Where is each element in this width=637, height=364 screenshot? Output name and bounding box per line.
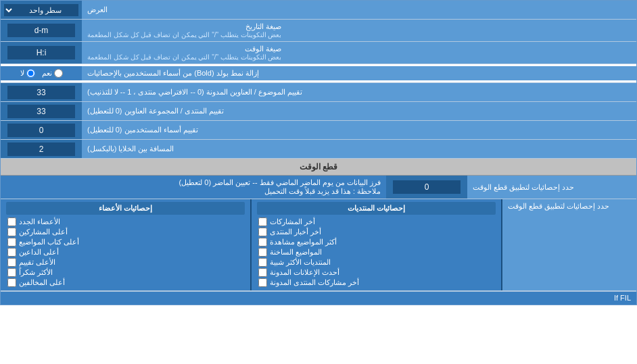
forum-sort-row: تقييم المنتدى / المجموعة العناوين (0 للت… xyxy=(1,102,636,121)
cell-distance-input-area xyxy=(1,140,82,158)
checkbox-item-0-4-label: المنتديات الأكثر شبية xyxy=(270,258,331,267)
display-dropdown[interactable]: سطر واحد سطرين ثلاثة أسطر xyxy=(4,4,78,16)
cell-distance-label: المسافة بين الخلايا (بالبكسل) xyxy=(82,140,636,158)
checkboxes-container: حدد إحصائيات لتطبيق قطع الوقت إحصائيات ا… xyxy=(1,199,636,291)
date-format-row: صيغة التاريخ بعض التكوينات يتطلب ‎"‎/‎"‎… xyxy=(1,20,636,42)
bold-style-label: إزالة نمط بولد (Bold) من أسماء المستخدمي… xyxy=(82,66,636,80)
checkbox-0-4[interactable] xyxy=(258,258,267,267)
checkbox-col-members: إحصائيات الأعضاء الأعضاء الجدد أعلى المش… xyxy=(1,199,250,290)
bold-yes-radio[interactable] xyxy=(54,69,63,78)
cutoff-desc-label: فرز البيانات من يوم الماضر الماضي فقط --… xyxy=(179,178,381,187)
checkbox-item-0-5: أحدث الإعلانات المدونة xyxy=(257,267,496,278)
checkbox-item-0-6-label: أخر مشاركات المنتدى المدونة xyxy=(270,278,359,287)
checkbox-item-1-4: الأعلى تقييم xyxy=(6,257,245,267)
checkbox-item-1-2-label: أعلى كتاب المواضيع xyxy=(19,238,79,246)
cutoff-section-divider: قطع الوقت xyxy=(1,159,636,176)
cutoff-input-area xyxy=(386,176,467,199)
time-format-label: صيغة الوقت بعض التكوينات يتطلب ‎"‎/‎"‎ ا… xyxy=(82,42,636,63)
checkbox-0-5[interactable] xyxy=(258,268,267,277)
checkbox-item-0-0: أخر المشاركات xyxy=(257,217,496,227)
header-label: العرض xyxy=(82,1,636,19)
cutoff-input[interactable] xyxy=(393,180,461,194)
checkbox-item-1-5-label: الأكثر شكراً xyxy=(19,268,53,277)
checkbox-1-0[interactable] xyxy=(7,217,16,226)
checkbox-1-1[interactable] xyxy=(7,228,16,236)
bold-no-label[interactable]: لا xyxy=(20,69,35,78)
checkbox-item-1-4-label: الأعلى تقييم xyxy=(19,258,55,267)
forum-sort-label: تقييم المنتدى / المجموعة العناوين (0 للت… xyxy=(82,102,636,120)
checkbox-item-0-3: المواضيع الساخنة xyxy=(257,247,496,257)
bold-style-label-text: إزالة نمط بولد (Bold) من أسماء المستخدمي… xyxy=(87,69,259,78)
checkbox-item-0-2: أكثر المواضيع مشاهدة xyxy=(257,237,496,247)
date-format-input[interactable] xyxy=(7,24,75,37)
time-format-input[interactable] xyxy=(7,46,75,59)
checkbox-item-0-2-label: أكثر المواضيع مشاهدة xyxy=(270,238,337,246)
bold-style-row: إزالة نمط بولد (Bold) من أسماء المستخدمي… xyxy=(1,64,636,83)
forum-sort-input-area xyxy=(1,102,82,120)
users-sort-label-text: تقييم أسماء المستخدمين (0 للتعطيل) xyxy=(87,126,198,134)
cutoff-left-label: حدد إحصائيات لتطبيق قطع الوقت xyxy=(467,176,636,199)
checkbox-1-5[interactable] xyxy=(7,268,16,277)
users-sort-input[interactable] xyxy=(7,124,75,137)
checkbox-item-0-5-label: أحدث الإعلانات المدونة xyxy=(270,268,339,277)
checkbox-item-1-3-label: أعلى الداعين xyxy=(19,248,59,257)
checkbox-1-3[interactable] xyxy=(7,248,16,257)
checkbox-item-0-6: أخر مشاركات المنتدى المدونة xyxy=(257,278,496,288)
topic-sort-row: تقييم الموضوع / العناوين المدونة (0 -- ا… xyxy=(1,83,636,102)
header-dropdown-area: سطر واحد سطرين ثلاثة أسطر xyxy=(1,1,82,19)
checkbox-col-forums-header: إحصائيات المنتديات xyxy=(257,202,496,215)
date-format-label: صيغة التاريخ بعض التكوينات يتطلب ‎"‎/‎"‎… xyxy=(82,20,636,41)
checkbox-item-1-1: أعلى المشاركين xyxy=(6,227,245,237)
checkbox-item-0-4: المنتديات الأكثر شبية xyxy=(257,257,496,267)
bold-yes-label[interactable]: نعم xyxy=(42,69,63,78)
checkbox-item-1-1-label: أعلى المشاركين xyxy=(19,228,68,236)
users-sort-row: تقييم أسماء المستخدمين (0 للتعطيل) xyxy=(1,121,636,140)
checkbox-col-members-header: إحصائيات الأعضاء xyxy=(6,202,245,215)
cell-distance-input[interactable] xyxy=(7,142,75,156)
checkbox-item-0-0-label: أخر المشاركات xyxy=(270,217,315,226)
checkbox-col-members-header-text: إحصائيات الأعضاء xyxy=(99,204,152,212)
checkboxes-side-label-text: حدد إحصائيات لتطبيق قطع الوقت xyxy=(508,202,609,211)
checkbox-0-3[interactable] xyxy=(258,248,267,257)
checkbox-col-forums: إحصائيات المنتديات أخر المشاركات أخر أخب… xyxy=(252,199,501,290)
header-label-text: العرض xyxy=(87,5,108,14)
header-row: العرض سطر واحد سطرين ثلاثة أسطر xyxy=(1,1,636,20)
time-format-input-area xyxy=(1,42,82,63)
topic-sort-label-text: تقييم الموضوع / العناوين المدونة (0 -- ا… xyxy=(87,88,302,97)
bold-yes-text: نعم xyxy=(42,69,52,78)
cutoff-title: قطع الوقت xyxy=(300,162,337,172)
bottom-text-bar: If FIL xyxy=(1,291,636,305)
cell-distance-label-text: المسافة بين الخلايا (بالبكسل) xyxy=(87,145,174,153)
checkbox-item-1-3: أعلى الداعين xyxy=(6,247,245,257)
checkbox-1-4[interactable] xyxy=(7,258,16,267)
cutoff-desc: فرز البيانات من يوم الماضر الماضي فقط --… xyxy=(1,176,386,199)
date-format-sublabel: بعض التكوينات يتطلب ‎"‎/‎"‎ التي يمكن ان… xyxy=(87,31,281,38)
users-sort-label: تقييم أسماء المستخدمين (0 للتعطيل) xyxy=(82,121,636,139)
forum-sort-input[interactable] xyxy=(7,105,75,118)
checkbox-item-0-1: أخر أخبار المنتدى xyxy=(257,227,496,237)
checkbox-item-0-3-label: المواضيع الساخنة xyxy=(270,248,322,257)
checkbox-item-1-0-label: الأعضاء الجدد xyxy=(19,217,60,226)
cutoff-checkboxes-header-text: حدد إحصائيات لتطبيق قطع الوقت xyxy=(473,183,574,192)
checkbox-0-0[interactable] xyxy=(258,217,267,226)
topic-sort-input[interactable] xyxy=(7,86,75,99)
main-container: العرض سطر واحد سطرين ثلاثة أسطر صيغة الت… xyxy=(0,0,637,305)
checkbox-1-2[interactable] xyxy=(7,238,16,246)
checkbox-item-1-6-label: أعلى المخالفين xyxy=(19,278,65,287)
checkbox-0-2[interactable] xyxy=(258,238,267,246)
bold-no-radio[interactable] xyxy=(26,69,35,78)
checkbox-item-1-5: الأكثر شكراً xyxy=(6,267,245,278)
checkbox-item-1-2: أعلى كتاب المواضيع xyxy=(6,237,245,247)
checkbox-item-1-0: الأعضاء الجدد xyxy=(6,217,245,227)
checkbox-col-forums-header-text: إحصائيات المنتديات xyxy=(348,204,405,212)
bold-no-text: لا xyxy=(20,69,24,78)
date-format-input-area xyxy=(1,20,82,41)
bottom-text: If FIL xyxy=(614,294,631,302)
checkbox-0-1[interactable] xyxy=(258,228,267,236)
checkbox-0-6[interactable] xyxy=(258,278,267,287)
checkbox-col-separator xyxy=(250,199,252,290)
cell-distance-row: المسافة بين الخلايا (بالبكسل) xyxy=(1,140,636,159)
time-format-row: صيغة الوقت بعض التكوينات يتطلب ‎"‎/‎"‎ ا… xyxy=(1,42,636,64)
time-format-sublabel: بعض التكوينات يتطلب ‎"‎/‎"‎ التي يمكن ان… xyxy=(87,53,281,61)
checkbox-1-6[interactable] xyxy=(7,278,16,287)
